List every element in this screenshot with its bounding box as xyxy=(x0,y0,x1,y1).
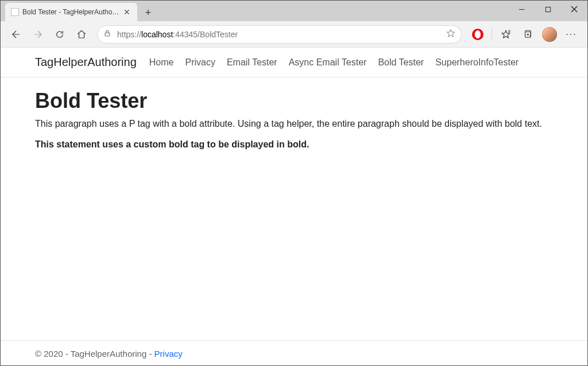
favicon-icon xyxy=(11,8,19,16)
close-window-button[interactable] xyxy=(561,1,587,18)
collections-icon[interactable] xyxy=(517,25,538,44)
url-rest: :44345/BoldTester xyxy=(173,30,238,39)
back-button[interactable] xyxy=(6,25,26,44)
browser-toolbar: https://localhost:44345/BoldTester ··· xyxy=(1,21,587,48)
close-tab-icon[interactable]: ✕ xyxy=(122,7,131,17)
favorite-icon[interactable] xyxy=(446,29,455,40)
brand-label[interactable]: TagHelperAuthoring xyxy=(35,56,137,69)
nav-link-home[interactable]: Home xyxy=(149,57,174,68)
new-tab-button[interactable]: + xyxy=(140,4,157,21)
profile-avatar[interactable] xyxy=(539,25,560,44)
nav-link-email-tester[interactable]: Email Tester xyxy=(227,57,277,68)
window-controls xyxy=(508,1,587,21)
page-content: Bold Tester This paragraph uses a P tag … xyxy=(1,77,587,340)
svg-rect-4 xyxy=(105,33,110,36)
nav-link-privacy[interactable]: Privacy xyxy=(185,57,215,68)
page-heading: Bold Tester xyxy=(35,89,553,113)
site-navbar: TagHelperAuthoring Home Privacy Email Te… xyxy=(1,48,587,77)
nav-link-superhero-info-tester[interactable]: SuperheroInfoTester xyxy=(435,57,519,68)
separator xyxy=(492,29,492,40)
nav-link-async-email-tester[interactable]: Async Email Tester xyxy=(289,57,367,68)
forward-button[interactable] xyxy=(28,25,48,44)
tab-title: Bold Tester - TagHelperAuthoring xyxy=(22,8,120,16)
maximize-button[interactable] xyxy=(535,1,561,18)
favorites-menu-icon[interactable] xyxy=(496,25,516,44)
paragraph-bold-attr: This paragraph uses a P tag with a bold … xyxy=(35,119,553,129)
nav-link-bold-tester[interactable]: Bold Tester xyxy=(378,57,424,68)
svg-marker-5 xyxy=(447,29,454,37)
footer-copyright: © 2020 - TagHelperAuthoring - xyxy=(35,349,154,359)
lock-icon xyxy=(103,29,111,39)
url-scheme: https:// xyxy=(117,30,141,39)
address-bar[interactable]: https://localhost:44345/BoldTester xyxy=(97,25,462,44)
url-host: localhost xyxy=(141,30,173,39)
custom-bold-statement: This statement uses a custom bold tag to… xyxy=(35,139,553,150)
browser-titlebar: Bold Tester - TagHelperAuthoring ✕ + xyxy=(1,1,587,21)
refresh-button[interactable] xyxy=(50,25,69,44)
footer-privacy-link[interactable]: Privacy xyxy=(154,349,183,359)
page-footer: © 2020 - TagHelperAuthoring - Privacy xyxy=(1,340,587,366)
more-menu-button[interactable]: ··· xyxy=(561,25,582,44)
url-text: https://localhost:44345/BoldTester xyxy=(117,30,442,39)
toolbar-right-icons: ··· xyxy=(467,25,582,44)
browser-tab[interactable]: Bold Tester - TagHelperAuthoring ✕ xyxy=(5,3,137,21)
extension-opera-icon[interactable] xyxy=(467,25,488,44)
home-button[interactable] xyxy=(72,25,91,44)
page-viewport: TagHelperAuthoring Home Privacy Email Te… xyxy=(1,48,587,366)
minimize-button[interactable] xyxy=(508,1,535,18)
svg-rect-1 xyxy=(546,7,550,11)
